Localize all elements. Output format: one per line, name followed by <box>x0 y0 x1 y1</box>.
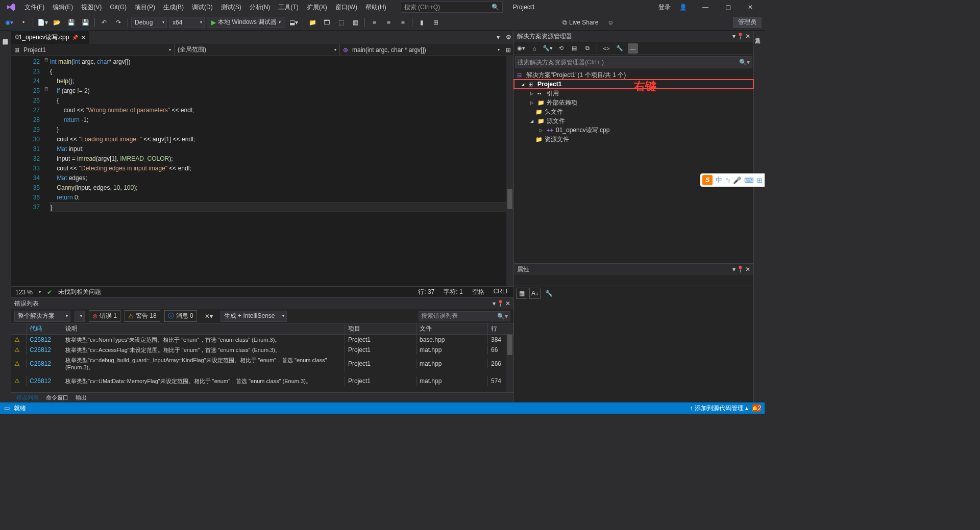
filter-clear[interactable]: ✕▾ <box>201 311 216 321</box>
ime-punct-icon[interactable]: °ı <box>725 176 730 184</box>
new-button[interactable]: 📄▾ <box>36 16 48 29</box>
menu-item[interactable]: 文件(F) <box>20 2 48 13</box>
panel-close-icon[interactable]: ✕ <box>505 300 510 307</box>
sources-node[interactable]: ◢ 📁 源文件 <box>514 116 753 125</box>
ime-lang[interactable]: 中 <box>716 175 722 185</box>
errors-filter[interactable]: ⊗错误 1 <box>89 310 120 322</box>
expand-icon[interactable]: ◢ <box>530 119 535 123</box>
nav-scope-combo[interactable]: (全局范围) <box>175 44 340 56</box>
error-row[interactable]: ⚠C26812枚举类型"cv::UMatData::MemoryFlag"未设定… <box>11 372 513 390</box>
login-link[interactable]: 登录 <box>658 3 671 12</box>
error-row[interactable]: ⚠C26812枚举类型"cv::debug_build_guard::_Inpu… <box>11 355 513 372</box>
tool-btn-2[interactable]: 🗔 <box>321 16 333 29</box>
resources-node[interactable]: 📁 资源文件 <box>514 135 753 144</box>
code-content[interactable]: int main(int argc, char* argv[]){ help()… <box>50 56 513 286</box>
expand-icon[interactable]: ◢ <box>521 82 526 87</box>
expand-icon[interactable]: ▷ <box>530 91 535 96</box>
menu-item[interactable]: 编辑(E) <box>48 2 77 13</box>
tool-btn-1[interactable]: 📁 <box>306 16 318 29</box>
panel-dropdown-icon[interactable]: ▾ <box>732 33 736 40</box>
sln-sync-icon[interactable]: ⟲ <box>556 43 566 54</box>
scope-extra-combo[interactable] <box>75 311 85 322</box>
error-scrollbar[interactable] <box>506 335 513 392</box>
forward-button[interactable]: • <box>17 16 30 29</box>
bottom-tab[interactable]: 命令窗口 <box>43 393 71 402</box>
bottom-tab[interactable]: 输出 <box>72 393 90 402</box>
panel-dropdown-icon[interactable]: ▾ <box>493 300 496 307</box>
error-row[interactable]: ⚠C26812枚举类型"cv::AccessFlag"未设定范围。相比于 "en… <box>11 345 513 355</box>
warnings-filter[interactable]: ⚠警告 18 <box>125 310 160 322</box>
open-button[interactable]: 📂 <box>51 16 63 29</box>
tool-btn-7[interactable]: ≡ <box>397 16 409 29</box>
menu-item[interactable]: 调试(D) <box>188 2 217 13</box>
panel-close-icon[interactable]: ✕ <box>745 33 750 40</box>
nav-split-icon[interactable]: ⊞ <box>503 44 513 56</box>
menu-item[interactable]: 工具(T) <box>274 2 302 13</box>
ime-grid-icon[interactable]: ⊞ <box>757 176 763 184</box>
messages-filter[interactable]: ⓘ消息 0 <box>164 310 197 322</box>
minimize-button[interactable]: — <box>695 0 716 14</box>
menu-item[interactable]: 视图(V) <box>77 2 106 13</box>
sln-wrench-icon[interactable]: 🔧 <box>615 43 625 54</box>
tool-btn-5[interactable]: ≡ <box>368 16 380 29</box>
alphabetical-icon[interactable]: A↓ <box>529 288 541 299</box>
error-search-input[interactable]: 搜索错误列表 🔍▾ <box>419 311 510 321</box>
external-deps-node[interactable]: ▷ 📁 外部依赖项 <box>514 98 753 107</box>
close-button[interactable]: ✕ <box>740 0 761 14</box>
ime-keyboard-icon[interactable]: ⌨ <box>744 176 754 184</box>
sln-tool-icon[interactable]: 🔧▾ <box>543 43 553 54</box>
panel-dropdown-icon[interactable]: ▾ <box>732 266 736 273</box>
props-wrench-icon[interactable]: 🔧 <box>543 287 555 299</box>
tool-btn-4[interactable]: ▦ <box>349 16 361 29</box>
fold-column[interactable]: ⊟⊟ <box>43 56 50 286</box>
tab-dropdown-icon[interactable]: ▾ <box>493 31 503 44</box>
categorized-icon[interactable]: ▦ <box>516 288 527 299</box>
tab-close-icon[interactable]: ✕ <box>81 35 85 40</box>
save-button[interactable]: 💾 <box>65 16 77 29</box>
config-combo[interactable]: Debug <box>131 17 167 28</box>
save-all-button[interactable]: 💾 <box>79 16 91 29</box>
toggle-button[interactable]: ⊞ <box>430 16 442 29</box>
bottom-tab[interactable]: 错误列表 <box>13 393 42 402</box>
menu-item[interactable]: 测试(S) <box>217 2 246 13</box>
tool-btn-6[interactable]: ≡ <box>382 16 395 29</box>
tool-btn-3[interactable]: ⬚ <box>335 16 347 29</box>
maximize-button[interactable]: ▢ <box>718 0 738 14</box>
sln-show-icon[interactable]: ▤ <box>569 43 579 54</box>
error-row[interactable]: ⚠C26812枚举类型"cv::NormTypes"未设定范围。相比于 "enu… <box>11 335 513 345</box>
solution-tree[interactable]: ⊟ 解决方案"Project1"(1 个项目/共 1 个) ◢ ⊞ Projec… <box>514 69 753 263</box>
panel-pin-icon[interactable]: 📍 <box>737 33 744 40</box>
sln-home-icon[interactable]: ⌂ <box>529 43 540 54</box>
feedback-icon[interactable]: ☺ <box>604 16 617 29</box>
expand-icon[interactable]: ▷ <box>530 100 535 105</box>
source-file-node[interactable]: ▷ ++ 01_opencv读写.cpp <box>514 125 753 135</box>
build-filter-combo[interactable]: 生成 + IntelliSense <box>220 311 287 322</box>
nav-project-combo[interactable]: ⊞ Project1 <box>11 44 175 56</box>
sln-back-icon[interactable]: ◉▾ <box>516 43 526 54</box>
zoom-level[interactable]: 123 % <box>15 289 33 296</box>
pin-icon[interactable]: 📌 <box>72 35 78 40</box>
menu-item[interactable]: 帮助(H) <box>361 2 390 13</box>
error-scope-combo[interactable]: 整个解决方案 <box>14 311 70 322</box>
file-tab[interactable]: 01_opencv读写.cpp 📌 ✕ <box>11 31 89 44</box>
scm-button[interactable]: ↑ 添加到源代码管理 ▴ <box>690 404 748 413</box>
menu-item[interactable]: 项目(P) <box>131 2 159 13</box>
panel-close-icon[interactable]: ✕ <box>745 266 750 273</box>
issues-label[interactable]: 未找到相关问题 <box>58 288 101 296</box>
back-button[interactable]: ◉▾ <box>3 16 15 29</box>
expand-icon[interactable]: ▷ <box>540 128 545 133</box>
debug-step-button[interactable]: ⬓▾ <box>287 16 300 29</box>
global-search-input[interactable]: 搜索 (Ctrl+Q) 🔍 <box>401 2 503 13</box>
notifications-badge[interactable]: 🔔2 <box>752 404 761 412</box>
solution-search-input[interactable]: 搜索解决方案资源管理器(Ctrl+;) 🔍▾ <box>515 56 752 68</box>
headers-node[interactable]: 📁 头文件 <box>514 107 753 116</box>
tab-settings-icon[interactable]: ⚙ <box>503 31 513 44</box>
platform-combo[interactable]: x64 <box>169 17 205 28</box>
panel-pin-icon[interactable]: 📍 <box>737 266 744 273</box>
run-button[interactable]: ▶ 本地 Windows 调试器 ▾ <box>207 17 285 28</box>
menu-item[interactable]: 扩展(X) <box>303 2 331 13</box>
server-explorer-tab[interactable]: 服务器资源管理器 <box>2 33 9 37</box>
code-editor[interactable]: 22232425262728293031323334353637 ⊟⊟ int … <box>11 56 513 286</box>
redo-button[interactable]: ↷ <box>112 16 125 29</box>
sln-code-icon[interactable]: <> <box>601 43 611 54</box>
